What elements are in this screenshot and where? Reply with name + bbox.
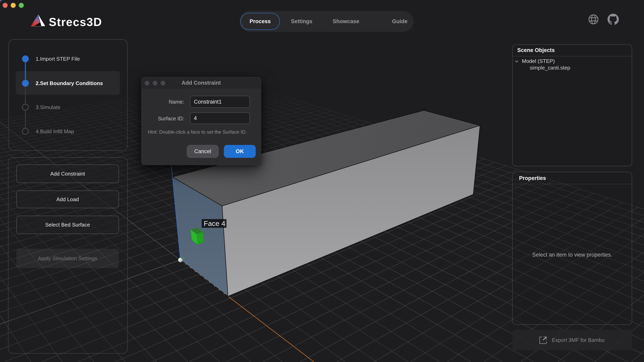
- svg-text:Face 4: Face 4: [204, 220, 225, 227]
